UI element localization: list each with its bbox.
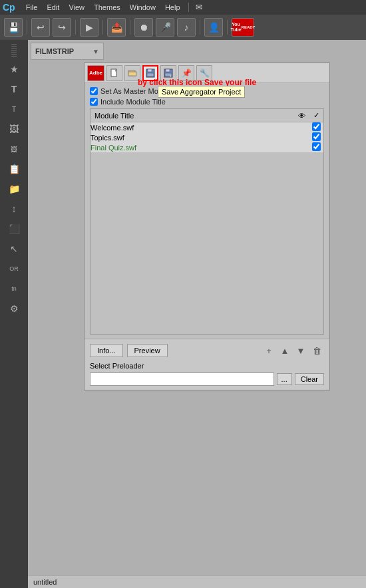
sidebar-icon-arrow[interactable]: ↖ <box>5 239 23 258</box>
module-table: Module Title 👁 ✓ Welcome.swf Topics.s <box>91 109 323 152</box>
menu-view[interactable]: View <box>65 3 89 11</box>
sidebar-icon-or[interactable]: OR <box>5 259 23 278</box>
browse-button[interactable]: ... <box>277 373 292 385</box>
menubar-separator <box>188 3 189 12</box>
aggregator-panel: Adbe <box>84 63 330 390</box>
youtube-badge[interactable]: YouTubeREADY <box>232 18 254 37</box>
bottom-buttons-row: Info... Preview + ▲ ▼ 🗑 <box>90 343 324 358</box>
new-file-icon <box>110 69 119 78</box>
main-toolbar: 💾 ↩ ↪ ▶ 📤 ⏺ 🎤 ♪ 👤 YouTubeREADY <box>0 15 366 40</box>
open-icon <box>128 69 137 78</box>
preloader-input[interactable] <box>90 372 274 386</box>
filmstrip-dropdown-icon[interactable]: ▼ <box>92 48 99 55</box>
undo-btn[interactable]: ↩ <box>31 18 50 37</box>
filmstrip-header: FILMSTRIP ▼ <box>31 43 104 60</box>
main-layout: ★ T T 🖼 🖼 📋 📁 ↕ ⬛ ↖ OR tn ⚙ FILMSTRIP ▼ … <box>0 40 366 588</box>
col-eye: 👁 <box>294 109 309 122</box>
record-btn[interactable]: ⏺ <box>134 18 153 37</box>
preloader-label: Select Preloader <box>90 362 324 370</box>
svg-rect-2 <box>128 72 136 76</box>
menu-window[interactable]: Window <box>126 3 160 11</box>
redo-btn[interactable]: ↪ <box>53 18 71 37</box>
sidebar-icon-image1[interactable]: 🖼 <box>5 120 23 138</box>
module-check-cell[interactable] <box>309 142 323 152</box>
module-title-cell: Topics.swf <box>91 132 294 142</box>
app-logo: Cp <box>3 2 15 13</box>
sidebar-icon-tn[interactable]: tn <box>5 279 23 298</box>
sidebar-icon-image2[interactable]: 🖼 <box>5 140 23 158</box>
include-title-label: Include Module Title <box>100 98 166 106</box>
col-title: Module Title <box>91 109 294 122</box>
move-down-btn[interactable]: ▼ <box>293 343 308 358</box>
svg-text:+: + <box>170 74 172 78</box>
table-row: Welcome.swf <box>91 122 323 133</box>
include-title-checkbox[interactable] <box>90 98 98 106</box>
sidebar-icon-gear[interactable]: ⚙ <box>5 299 23 318</box>
module-check-cell[interactable] <box>309 132 323 142</box>
sidebar-icon-text1[interactable]: T <box>5 80 23 98</box>
action-buttons: Info... Preview <box>90 344 262 357</box>
module-checkbox[interactable] <box>312 142 321 151</box>
save-icon <box>146 69 155 78</box>
preview-button[interactable]: Preview <box>127 344 168 357</box>
delete-btn[interactable]: 🗑 <box>309 343 324 358</box>
svg-rect-7 <box>166 69 170 72</box>
module-visible-cell <box>294 122 309 133</box>
toolbar-separator-2 <box>75 20 76 35</box>
sidebar-icon-list[interactable]: 📋 <box>5 160 23 178</box>
play-btn[interactable]: ▶ <box>80 18 98 37</box>
module-checkbox[interactable] <box>312 122 321 131</box>
menu-file[interactable]: File <box>22 3 42 11</box>
email-icon[interactable]: ✉ <box>196 3 202 12</box>
toolbar-separator-3 <box>102 20 103 35</box>
module-visible-cell <box>294 132 309 142</box>
save-toolbar-btn[interactable]: 💾 <box>4 18 23 37</box>
info-button[interactable]: Info... <box>90 344 123 357</box>
user-btn[interactable]: 👤 <box>204 18 223 37</box>
menubar: Cp File Edit View Themes Window Help ✉ <box>0 0 366 15</box>
menu-help[interactable]: Help <box>161 3 184 11</box>
tooltip-save: Save Aggregator Project <box>158 86 245 98</box>
set-master-checkbox[interactable] <box>90 87 98 95</box>
col-check: ✓ <box>309 109 323 122</box>
sidebar-icon-folder[interactable]: 📁 <box>5 180 23 198</box>
module-title-cell: Welcome.swf <box>91 122 294 133</box>
bottom-icon-buttons: + ▲ ▼ 🗑 <box>262 343 324 358</box>
module-visible-cell <box>294 142 309 152</box>
filmstrip-label: FILMSTRIP <box>35 47 92 55</box>
publish-btn[interactable]: 📤 <box>107 18 126 37</box>
left-sidebar: ★ T T 🖼 🖼 📋 📁 ↕ ⬛ ↖ OR tn ⚙ <box>0 40 28 588</box>
svg-rect-5 <box>147 73 154 76</box>
module-title-cell: Final Quiz.swf <box>91 142 294 152</box>
toolbar-separator-5 <box>200 20 200 35</box>
preloader-row: ... Clear <box>90 372 324 386</box>
menu-edit[interactable]: Edit <box>43 3 63 11</box>
sidebar-icon-text2[interactable]: T <box>5 100 23 118</box>
module-table-container[interactable]: Module Title 👁 ✓ Welcome.swf Topics.s <box>90 108 324 335</box>
include-title-row: Include Module Title <box>90 98 324 106</box>
add-module-btn[interactable]: + <box>262 343 276 358</box>
untitled-label: untitled <box>33 578 57 586</box>
music-btn[interactable]: ♪ <box>177 18 196 37</box>
mic-btn[interactable]: 🎤 <box>156 18 174 37</box>
preloader-section: Select Preloader ... Clear <box>90 362 324 386</box>
panel-content: Set As Master Module Include Module Titl… <box>85 83 329 339</box>
sidebar-icon-star[interactable]: ★ <box>5 60 23 78</box>
module-checkbox[interactable] <box>312 132 321 141</box>
toolbar-separator-6 <box>227 20 228 35</box>
content-area: FILMSTRIP ▼ Adbe <box>28 40 366 588</box>
sidebar-icon-resize[interactable]: ↕ <box>5 200 23 218</box>
svg-rect-4 <box>148 69 152 72</box>
move-up-btn[interactable]: ▲ <box>277 343 292 358</box>
clear-button[interactable]: Clear <box>295 373 324 385</box>
adobe-button[interactable]: Adbe <box>87 65 104 81</box>
save-as-icon: + <box>164 69 173 78</box>
panel-bottom-bar: Info... Preview + ▲ ▼ 🗑 Select Preloader <box>85 339 329 390</box>
module-check-cell[interactable] <box>309 122 323 133</box>
status-bar: untitled <box>28 575 366 588</box>
sidebar-icon-shape[interactable]: ⬛ <box>5 220 23 238</box>
menu-themes[interactable]: Themes <box>90 3 124 11</box>
toolbar-separator-4 <box>130 20 130 35</box>
table-row: Topics.swf <box>91 132 323 142</box>
new-file-button[interactable] <box>106 65 122 81</box>
